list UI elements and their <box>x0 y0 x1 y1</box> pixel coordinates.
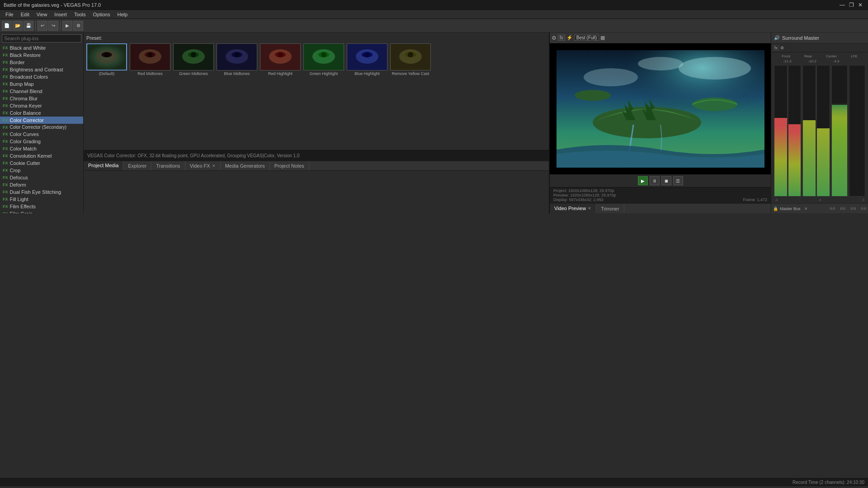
fx-badge: FX <box>3 53 8 57</box>
preview-panel: ⚙ fx ⚡ Best (Full) ▦ <box>549 33 771 213</box>
preset-red-highlight[interactable]: Red Highlight <box>260 43 301 76</box>
fx-badge: FX <box>3 154 8 158</box>
preview-grid-icon[interactable]: ▦ <box>600 35 605 41</box>
plugin-item-broadcast[interactable]: FXBroadcast Colors <box>0 73 83 80</box>
preset-default[interactable]: (Default) <box>86 43 127 76</box>
fx-badge: FX <box>3 146 8 151</box>
preview-settings-icon[interactable]: ⚙ <box>552 35 557 41</box>
master-bus-lock-icon[interactable]: 🔒 <box>773 206 778 211</box>
preset-green-highlight[interactable]: Green Highlight <box>303 43 344 76</box>
preview-icon-3[interactable]: ⚡ <box>566 35 573 41</box>
maximize-button[interactable]: ❐ <box>847 1 855 9</box>
preset-blue-highlight[interactable]: Blue Highlight <box>347 43 387 76</box>
settings-button[interactable]: ⚙ <box>73 21 83 31</box>
menu-edit[interactable]: Edit <box>17 11 33 18</box>
plugin-item-border[interactable]: FXBorder <box>0 59 83 66</box>
preview-video <box>557 50 764 168</box>
plugin-item-fill-light[interactable]: FXFill Light <box>0 196 83 203</box>
svg-point-39 <box>575 90 611 101</box>
preview-menu-button[interactable]: ☰ <box>673 176 683 185</box>
preset-red-highlight-label: Red Highlight <box>268 71 292 76</box>
menu-insert[interactable]: Insert <box>51 11 71 18</box>
menu-file[interactable]: File <box>2 11 17 18</box>
svg-point-36 <box>638 57 683 70</box>
plugin-item-color-balance[interactable]: FXColor Balance <box>0 109 83 117</box>
fx-badge: FX <box>3 168 8 173</box>
plugin-item-cookie[interactable]: FXCookie Cutter <box>0 160 83 167</box>
plugin-item-black-restore[interactable]: FXBlack Restore <box>0 52 83 59</box>
minimize-button[interactable]: — <box>838 1 846 9</box>
preset-green-midtones[interactable]: Green Midtones <box>173 43 214 76</box>
tab-explorer[interactable]: Explorer <box>123 161 151 170</box>
surround-title: Surround Master <box>782 35 819 41</box>
tab-transitions[interactable]: Transitions <box>151 161 185 170</box>
preset-green-midtones-label: Green Midtones <box>179 71 208 76</box>
title-bar: Battle of the galaxies.veg - VEGAS Pro 1… <box>0 0 868 10</box>
preset-remove-yellow-label: Remove Yellow Cast <box>392 71 429 76</box>
surround-icon: 🔊 <box>774 35 779 40</box>
preview-pause-button[interactable]: ⏸ <box>650 176 660 185</box>
master-val-3: 0.0 <box>851 206 856 211</box>
plugin-item-chroma-blur[interactable]: FXChroma Blur <box>0 95 83 102</box>
fx-badge: FX <box>3 139 8 144</box>
plugin-item-color-match[interactable]: FXColor Match <box>0 145 83 152</box>
menu-tools[interactable]: Tools <box>71 11 90 18</box>
plugin-item-color-corrector[interactable]: FXColor Corrector <box>0 117 83 124</box>
plugin-item-black-and-white[interactable]: FXBlack and White <box>0 44 83 52</box>
tab-media-generators[interactable]: Media Generators <box>221 161 270 170</box>
preset-red-midtones[interactable]: Red Midtones <box>130 43 170 76</box>
plugin-item-crop[interactable]: FXCrop <box>0 167 83 174</box>
meter-front-left <box>774 65 788 197</box>
fx-badge: FX <box>3 161 8 165</box>
render-button[interactable]: ▶ <box>62 21 72 31</box>
preset-remove-yellow[interactable]: Remove Yellow Cast <box>390 43 431 76</box>
plugin-item-bump[interactable]: FXBump Map <box>0 80 83 88</box>
svg-point-7 <box>147 52 153 57</box>
plugin-item-deform[interactable]: FXDeform <box>0 181 83 188</box>
plugin-item-channel-blend[interactable]: FXChannel Blend <box>0 88 83 95</box>
open-button[interactable]: 📂 <box>13 21 23 31</box>
window-controls[interactable]: — ❐ ✕ <box>838 1 864 9</box>
plugin-item-defocus[interactable]: FXDefocus <box>0 174 83 181</box>
menu-view[interactable]: View <box>33 11 51 18</box>
tab-project-media[interactable]: Project Media <box>84 161 123 170</box>
tab-video-preview-close[interactable]: ✕ <box>588 206 591 211</box>
surround-settings-icon[interactable]: ⚙ <box>780 46 784 50</box>
plugin-item-film-grain[interactable]: FXFilm Grain <box>0 210 83 213</box>
menu-help[interactable]: Help <box>113 11 131 18</box>
tab-video-preview[interactable]: Video Preview ✕ <box>550 204 596 213</box>
tab-trimmer[interactable]: Trimmer <box>596 204 624 213</box>
preview-play-button[interactable]: ▶ <box>638 176 648 185</box>
preset-label: Preset: <box>86 35 102 41</box>
preset-blue-midtones[interactable]: Blue Midtones <box>217 43 257 76</box>
preview-stop-button[interactable]: ⏹ <box>661 176 671 185</box>
preview-fx-icon[interactable]: fx <box>558 35 565 41</box>
new-button[interactable]: 📄 <box>2 21 12 31</box>
preview-quality-selector[interactable]: Best (Full) <box>574 35 599 41</box>
save-button[interactable]: 💾 <box>24 21 33 31</box>
tab-video-fx-close[interactable]: ✕ <box>212 164 216 168</box>
toolbar-separator-1 <box>35 21 36 30</box>
meter-lfe-label: LFE <box>851 54 858 58</box>
redo-button[interactable]: ↪ <box>48 21 58 31</box>
plugin-item-chroma-keyer[interactable]: FXChroma Keyer <box>0 102 83 109</box>
tab-video-fx[interactable]: Video FX ✕ <box>185 161 221 170</box>
plugin-item-color-corrector-secondary[interactable]: FXColor Corrector (Secondary) <box>0 124 83 131</box>
search-input[interactable] <box>2 34 81 42</box>
meter-rear-right <box>816 65 830 197</box>
tab-project-notes[interactable]: Project Notes <box>270 161 309 170</box>
menu-options[interactable]: Options <box>90 11 114 18</box>
master-bus-close[interactable]: ✕ <box>804 206 808 211</box>
plugin-item-color-curves[interactable]: FXColor Curves <box>0 131 83 138</box>
fx-badge: FX <box>3 96 8 101</box>
svg-point-15 <box>234 52 240 57</box>
center-top: Preset: (Default) Red <box>84 33 549 213</box>
plugin-item-dual-fish[interactable]: FXDual Fish Eye Stitching <box>0 188 83 196</box>
undo-button[interactable]: ↩ <box>38 21 47 31</box>
close-button[interactable]: ✕ <box>856 1 864 9</box>
surround-fx-btn[interactable]: fx <box>773 45 779 51</box>
plugin-item-film-effects[interactable]: FXFilm Effects <box>0 203 83 210</box>
plugin-item-color-grading[interactable]: FXColor Grading <box>0 138 83 145</box>
plugin-item-brightness[interactable]: FXBrightness and Contrast <box>0 66 83 73</box>
plugin-item-convolution[interactable]: FXConvolution Kernel <box>0 152 83 160</box>
